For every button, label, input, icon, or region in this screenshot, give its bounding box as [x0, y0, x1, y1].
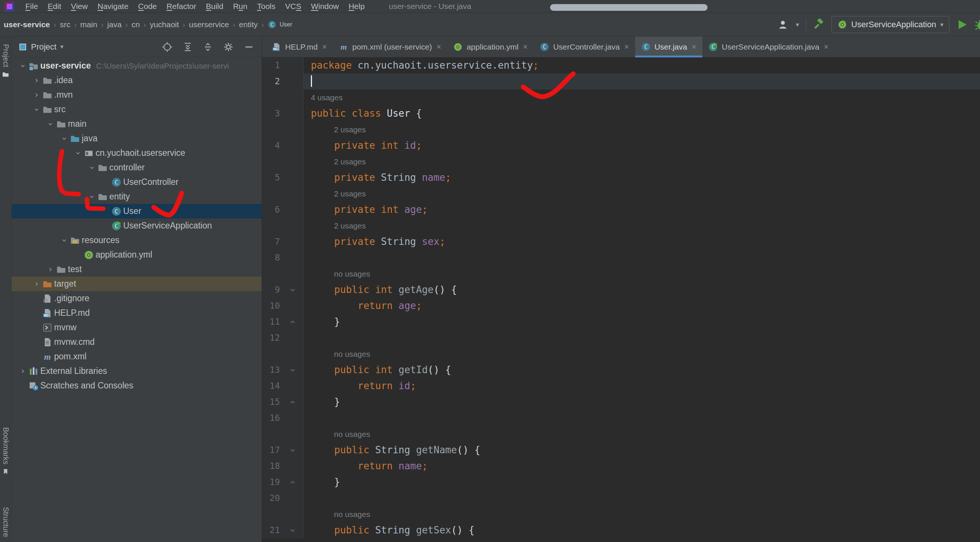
tree-chevron-closed-icon[interactable] [31, 77, 42, 84]
breadcrumb-item-java[interactable]: java [107, 20, 122, 29]
tree-chevron-open-icon[interactable] [72, 149, 84, 157]
tree-chevron-open-icon[interactable] [59, 237, 70, 244]
tree-item-test[interactable]: test [11, 262, 262, 277]
run-button[interactable] [956, 19, 968, 30]
code-line[interactable]: public class User { [304, 106, 422, 122]
breadcrumb-item-class[interactable]: CUser [267, 20, 292, 29]
tab-close-icon[interactable]: × [824, 43, 829, 51]
editor-inlay-row[interactable]: no usages [262, 506, 980, 522]
fold-marker-up-icon[interactable] [286, 394, 299, 410]
code-line[interactable]: public int getAge() { [304, 282, 457, 298]
usages-inlay-hint[interactable]: 2 usages [334, 185, 366, 202]
breadcrumb-item-yuchaoit[interactable]: yuchaoit [150, 20, 179, 29]
fold-marker-down-icon[interactable] [286, 362, 299, 378]
breadcrumb-item-userservice[interactable]: userservice [189, 20, 229, 29]
code-line[interactable] [304, 330, 311, 346]
editor-tab-usercontroller.java[interactable]: CUserController.java× [534, 36, 635, 57]
menu-item-build[interactable]: Build [201, 2, 228, 11]
tree-item-.idea[interactable]: .idea [11, 73, 262, 87]
editor-code-row[interactable]: 14 return id; [262, 378, 980, 394]
usages-inlay-hint[interactable]: no usages [334, 346, 370, 362]
code-line[interactable]: public String getSex() { [304, 522, 474, 538]
tree-item-controller[interactable]: controller [11, 160, 262, 175]
tab-close-icon[interactable]: × [322, 43, 327, 51]
expand-all-icon[interactable] [183, 42, 193, 52]
breadcrumb-item-entity[interactable]: entity [239, 20, 258, 29]
tree-item-userserviceapplication[interactable]: CUserServiceApplication [11, 219, 262, 233]
code-line[interactable]: private int age; [304, 202, 428, 218]
stripe-tab-structure[interactable]: Structure [0, 507, 11, 537]
editor-code-row[interactable]: 21 public String getSex() { [262, 522, 980, 538]
code-line[interactable]: package cn.yuchaoit.userservice.entity; [304, 57, 539, 73]
tree-chevron-open-icon[interactable] [31, 106, 42, 113]
editor-code-row[interactable]: 16 [262, 410, 980, 426]
code-line[interactable]: return age; [304, 298, 422, 314]
tree-item-external-libraries[interactable]: External Libraries [11, 364, 262, 378]
user-account-icon[interactable] [778, 19, 789, 30]
editor-inlay-row[interactable]: 2 usages [262, 185, 980, 202]
fold-marker-down-icon[interactable] [286, 282, 299, 298]
usages-inlay-hint[interactable]: no usages [334, 426, 370, 442]
menu-item-vcs[interactable]: VCS [280, 2, 306, 11]
tab-close-icon[interactable]: × [523, 43, 528, 51]
tree-item-user-service[interactable]: user-serviceC:\Users\Sylar\IdeaProjects\… [11, 59, 262, 73]
editor-inlay-row[interactable]: 2 usages [262, 122, 980, 138]
tree-item-target[interactable]: target [11, 277, 262, 291]
tree-item-usercontroller[interactable]: CUserController [11, 175, 262, 189]
locate-file-icon[interactable] [162, 41, 173, 52]
tree-item-mvnw[interactable]: mvnw [11, 320, 262, 335]
tree-item-resources[interactable]: resources [11, 233, 262, 247]
code-line[interactable]: public String getName() { [304, 442, 480, 458]
editor-code-row[interactable]: 17 public String getName() { [262, 442, 980, 458]
editor-code-row[interactable]: 18 return name; [262, 458, 980, 474]
code-editor[interactable]: 1package cn.yuchaoit.userservice.entity;… [262, 57, 980, 542]
hide-panel-icon[interactable] [244, 42, 254, 52]
code-line[interactable] [304, 73, 312, 89]
editor-code-row[interactable]: 9 public int getAge() { [262, 282, 980, 298]
tab-close-icon[interactable]: × [437, 43, 441, 51]
tree-chevron-closed-icon[interactable] [17, 368, 29, 375]
menu-item-refactor[interactable]: Refactor [162, 2, 201, 11]
menu-item-run[interactable]: Run [228, 2, 252, 11]
code-line[interactable] [304, 250, 311, 266]
code-line[interactable]: return name; [304, 458, 428, 474]
tree-item-cn.yuchaoit.userservice[interactable]: cn.yuchaoit.userservice [11, 146, 262, 160]
usages-inlay-hint[interactable]: 4 usages [311, 89, 343, 106]
editor-code-row[interactable]: 2 [262, 73, 980, 89]
tree-chevron-open-icon[interactable] [17, 62, 29, 70]
usages-inlay-hint[interactable]: 2 usages [334, 122, 366, 138]
build-hammer-icon[interactable] [813, 19, 825, 30]
editor-tab-application.yml[interactable]: application.yml× [447, 36, 534, 57]
stripe-tab-project[interactable]: Project [0, 44, 11, 78]
editor-code-row[interactable]: 11 } [262, 314, 980, 330]
collapse-all-icon[interactable] [203, 42, 213, 52]
fold-marker-down-icon[interactable] [286, 522, 299, 538]
breadcrumb-item-src[interactable]: src [60, 20, 70, 29]
tab-close-icon[interactable]: × [624, 43, 629, 51]
editor-code-row[interactable]: 20 [262, 490, 980, 506]
editor-inlay-row[interactable]: 2 usages [262, 218, 980, 234]
fold-marker-down-icon[interactable] [286, 442, 299, 458]
usages-inlay-hint[interactable]: no usages [334, 506, 370, 522]
editor-code-row[interactable]: 12 [262, 330, 980, 346]
editor-code-row[interactable]: 5 private String name; [262, 170, 980, 185]
tree-item-.mvn[interactable]: .mvn [11, 87, 262, 102]
editor-inlay-row[interactable]: no usages [262, 346, 980, 362]
usages-inlay-hint[interactable]: no usages [334, 266, 370, 282]
tree-chevron-open-icon[interactable] [86, 193, 97, 201]
code-line[interactable]: public int getId() { [304, 362, 451, 378]
tree-chevron-open-icon[interactable] [59, 135, 70, 143]
fold-marker-up-icon[interactable] [286, 474, 299, 490]
tree-item-application.yml[interactable]: application.yml [11, 247, 262, 262]
menu-item-file[interactable]: File [21, 2, 43, 11]
menu-item-help[interactable]: Help [344, 2, 369, 11]
tree-item-user[interactable]: CUser [11, 204, 262, 219]
menu-item-view[interactable]: View [66, 2, 92, 11]
editor-tab-userserviceapplication.java[interactable]: CUserServiceApplication.java× [702, 36, 834, 57]
breadcrumb-item-main[interactable]: main [80, 20, 97, 29]
tree-item-java[interactable]: java [11, 131, 262, 146]
usages-inlay-hint[interactable]: 2 usages [334, 218, 366, 234]
breadcrumb-item-user-service[interactable]: user-service [4, 20, 50, 29]
debug-button[interactable] [975, 19, 980, 30]
editor-code-row[interactable]: 15 } [262, 394, 980, 410]
